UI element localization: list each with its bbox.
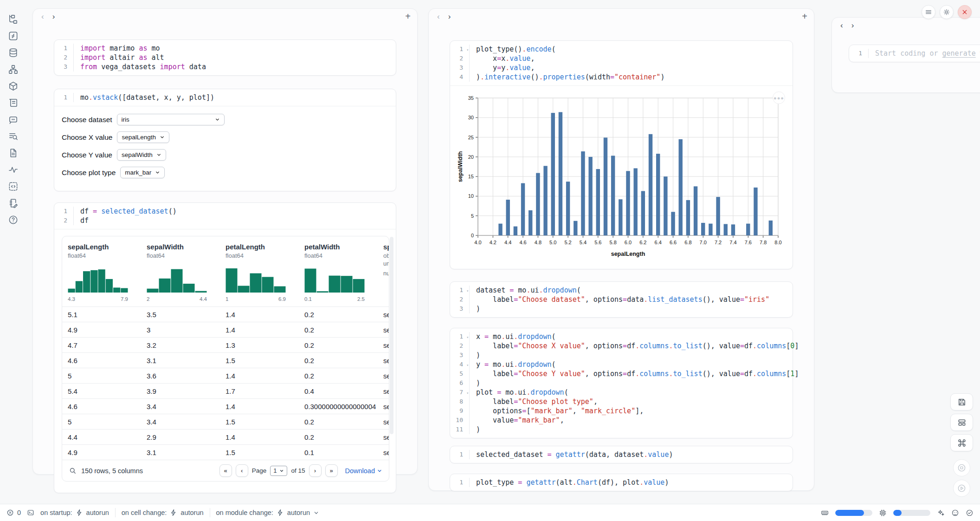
code-cell-df[interactable]: 1df = selected_dataset()2df sepalLengthf… bbox=[54, 202, 396, 493]
page-select[interactable]: 1 bbox=[270, 466, 287, 476]
dropdown-select[interactable]: sepalWidth bbox=[117, 149, 166, 161]
collapse-caret-icon[interactable]: ▾ bbox=[466, 389, 469, 398]
search-icon[interactable] bbox=[69, 467, 77, 475]
next-page-button[interactable]: › bbox=[309, 464, 322, 477]
cpu-icon[interactable] bbox=[879, 509, 887, 517]
connection-status-icon[interactable] bbox=[966, 509, 974, 517]
help-icon[interactable] bbox=[8, 215, 19, 225]
table-row: 4.73.21.30.2setosa bbox=[62, 337, 389, 352]
code-line: 6) bbox=[450, 378, 793, 388]
svg-text:6.0: 6.0 bbox=[625, 240, 632, 245]
on-cell-change-setting[interactable]: on cell change: autorun bbox=[122, 509, 204, 516]
chat-assistant-icon[interactable] bbox=[951, 509, 959, 517]
chatbot-icon[interactable] bbox=[8, 114, 19, 125]
first-page-button[interactable]: « bbox=[219, 464, 232, 477]
table-column-header[interactable]: sepalLengthfloat644.37.9 bbox=[68, 243, 147, 302]
command-keyboard-icon[interactable] bbox=[950, 434, 973, 451]
table-row: 4.93.11.50.1setosa bbox=[62, 444, 389, 460]
scratchpad-icon[interactable] bbox=[8, 198, 19, 208]
svg-text:5: 5 bbox=[471, 213, 474, 219]
tracer-icon[interactable] bbox=[8, 164, 19, 175]
dependency-graph-icon[interactable] bbox=[8, 64, 19, 75]
empty-code-cell[interactable]: 1 Start coding or generate with bbox=[849, 45, 980, 62]
page-count-label: of 15 bbox=[291, 467, 305, 474]
column-histogram bbox=[304, 266, 383, 294]
chevron-right-icon[interactable]: › bbox=[446, 12, 453, 21]
log-search-icon[interactable] bbox=[8, 131, 19, 142]
svg-text:6.4: 6.4 bbox=[655, 240, 662, 245]
stop-icon[interactable] bbox=[953, 459, 970, 476]
code-block-icon[interactable] bbox=[8, 181, 19, 192]
prev-page-button[interactable]: ‹ bbox=[236, 464, 248, 477]
snippets-icon[interactable] bbox=[8, 148, 19, 158]
save-icon[interactable] bbox=[950, 393, 973, 410]
code-cell-plot[interactable]: 1▾plot_type().encode(2 x=x.value,3 y=y.v… bbox=[450, 40, 793, 269]
control-row: Choose Y valuesepalWidth bbox=[62, 149, 388, 161]
last-page-button[interactable]: » bbox=[325, 464, 338, 477]
generate-link[interactable]: generate bbox=[942, 49, 976, 58]
close-icon[interactable] bbox=[958, 5, 972, 19]
code-cell-plot-type[interactable]: 1plot_type = getattr(alt.Chart(df), plot… bbox=[450, 474, 793, 491]
collapse-caret-icon[interactable]: ▾ bbox=[466, 287, 469, 296]
code-line: 3) bbox=[450, 351, 793, 360]
menu-icon[interactable] bbox=[922, 5, 935, 19]
download-button[interactable]: Download bbox=[345, 467, 383, 475]
scroll-icon[interactable] bbox=[8, 98, 19, 108]
add-cell-icon[interactable]: + bbox=[405, 11, 411, 22]
table-row: 4.931.40.2setosa bbox=[62, 322, 389, 337]
memory-ram-icon[interactable] bbox=[821, 509, 829, 517]
chart-menu-icon[interactable]: ●●● bbox=[773, 91, 785, 104]
chevron-right-icon[interactable]: › bbox=[51, 12, 57, 21]
ram-usage-meter[interactable] bbox=[835, 510, 872, 516]
column-histogram bbox=[226, 266, 304, 294]
svg-text:8.0: 8.0 bbox=[774, 240, 781, 245]
add-cell-icon[interactable]: + bbox=[802, 11, 807, 22]
collapse-caret-icon[interactable]: ▾ bbox=[466, 361, 469, 370]
collapse-caret-icon[interactable]: ▾ bbox=[466, 46, 469, 55]
code-line: 2import altair as alt bbox=[54, 53, 396, 62]
ai-sparkles-icon[interactable] bbox=[937, 509, 945, 517]
collapse-caret-icon[interactable]: ▾ bbox=[466, 333, 469, 342]
dropdown-select[interactable]: sepalLength bbox=[117, 131, 169, 143]
chevron-right-icon[interactable]: › bbox=[850, 20, 856, 30]
file-tree-icon[interactable] bbox=[8, 14, 19, 25]
table-footer: 150 rows, 5 columns « ‹ Page 1 of 15 bbox=[62, 460, 389, 481]
package-icon[interactable] bbox=[8, 81, 19, 91]
table-row: 5.13.51.40.2setosa bbox=[62, 306, 389, 322]
dropdown-label: Choose dataset bbox=[62, 116, 112, 124]
layout-icon[interactable] bbox=[950, 414, 973, 431]
table-column-header[interactable]: petalLengthfloat6416.9 bbox=[226, 243, 304, 302]
chevron-left-icon[interactable]: ‹ bbox=[838, 20, 845, 30]
svg-text:sepalWidth: sepalWidth bbox=[457, 151, 464, 182]
dropdown-select[interactable]: mark_bar bbox=[120, 167, 165, 178]
table-column-header[interactable]: speciesobjectunique:nulls: bbox=[383, 243, 389, 302]
svg-text:35: 35 bbox=[468, 95, 474, 101]
code-line: 1mo.vstack([dataset, x, y, plot]) bbox=[54, 93, 396, 102]
functions-icon[interactable] bbox=[8, 31, 19, 41]
panel-toolbar: ‹ › + bbox=[33, 9, 417, 24]
svg-text:10: 10 bbox=[468, 193, 474, 199]
database-icon[interactable] bbox=[8, 47, 19, 58]
code-cell-vstack[interactable]: 1mo.vstack([dataset, x, y, plot]) Choose… bbox=[54, 89, 396, 191]
error-count-badge[interactable]: 0 bbox=[6, 509, 21, 516]
code-line: 7▾plot = mo.ui.dropdown( bbox=[450, 388, 793, 397]
dropdown-select[interactable]: iris bbox=[117, 114, 225, 125]
code-cell-dataset-dropdown[interactable]: 1▾dataset = mo.ui.dropdown(2 label="Choo… bbox=[450, 281, 793, 318]
run-play-icon[interactable] bbox=[953, 480, 970, 497]
code-line: 2 label="Choose X value", options=df.col… bbox=[450, 341, 793, 351]
code-cell-xy-plot-dropdowns[interactable]: 1▾x = mo.ui.dropdown(2 label="Choose X v… bbox=[450, 328, 793, 438]
code-cell-imports[interactable]: 1import marimo as mo2import altair as al… bbox=[54, 39, 396, 76]
column-histogram bbox=[147, 266, 226, 294]
cpu-usage-meter[interactable] bbox=[893, 510, 930, 516]
settings-gear-icon[interactable] bbox=[940, 5, 954, 19]
on-startup-setting[interactable]: on startup: autorun bbox=[40, 509, 109, 516]
table-column-header[interactable]: petalWidthfloat640.12.5 bbox=[304, 243, 383, 302]
table-column-header[interactable]: sepalWidthfloat6424.4 bbox=[147, 243, 226, 302]
terminal-icon[interactable] bbox=[27, 509, 34, 516]
table-scrollbar[interactable] bbox=[390, 237, 393, 434]
dropdown-label: Choose plot type bbox=[62, 169, 116, 177]
chevron-left-icon[interactable]: ‹ bbox=[435, 12, 442, 21]
code-cell-selected-dataset[interactable]: 1selected_dataset = getattr(data, datase… bbox=[450, 446, 793, 463]
on-module-change-setting[interactable]: on module change: autorun bbox=[216, 509, 320, 516]
chevron-left-icon[interactable]: ‹ bbox=[39, 12, 46, 21]
